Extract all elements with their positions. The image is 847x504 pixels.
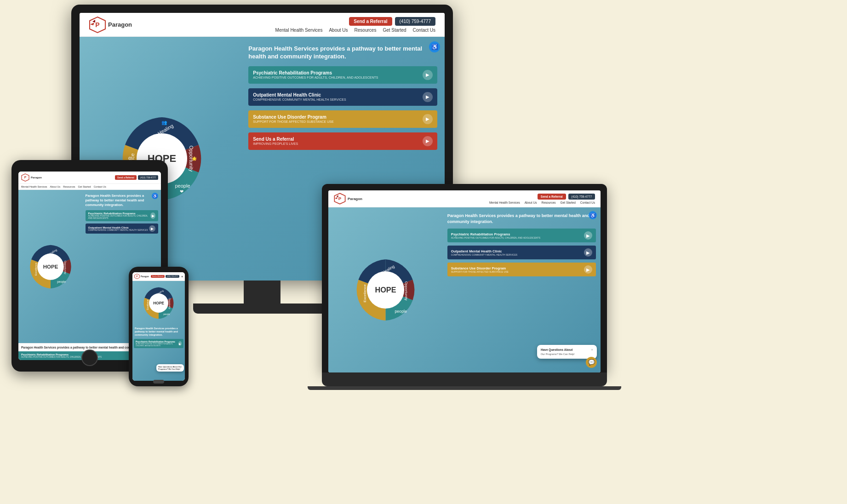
nav-resources[interactable]: Resources (355, 28, 377, 33)
laptop-card-arrow-2: ▶ (584, 248, 592, 257)
tablet-card-outpatient[interactable]: Outpatient Mental Health Clinic COMPREHE… (86, 223, 159, 234)
laptop-chat-header: Have Questions About × (541, 348, 593, 352)
phone-card-psychiatric[interactable]: Psychiatric Rehabilitation Programs ACHI… (134, 339, 183, 348)
service-card-referral[interactable]: Send Us a Referral IMPROVING PEOPLE'S LI… (248, 132, 437, 150)
laptop-card-title-2: Outpatient Mental Health Clinic (451, 249, 517, 253)
svg-text:P: P (136, 275, 138, 278)
logo-text: Paragon (108, 21, 132, 28)
laptop-card-arrow-1: ▶ (584, 231, 592, 240)
laptop-header-btns: Send a Referral (410) 759-4777 (538, 194, 595, 200)
phone-phone-btn[interactable]: (410) 759-4777 (166, 275, 179, 278)
phone-logo: P Paragon (134, 274, 149, 279)
phone-logo-text: Paragon (141, 275, 149, 278)
svg-text:👥: 👥 (161, 120, 167, 126)
laptop-chat-icon[interactable]: 💬 (586, 357, 597, 368)
svg-text:people: people (175, 183, 190, 189)
accessibility-icon[interactable]: ♿ (429, 41, 440, 52)
tablet-header: P Paragon Send a Referral (410) 759-4777 (18, 172, 161, 184)
phone-hope-wheel: HOPE Healing Opportunity people Excellen… (140, 285, 177, 321)
laptop-hope-wheel: HOPE Healing Opportunity people Excellen… (350, 254, 421, 326)
phone-referral-btn[interactable]: Send a Referral (151, 275, 165, 278)
laptop-screen-frame: P Paragon Send a Referral (410) 759-4777… (322, 184, 607, 372)
service-title-outpatient: Outpatient Mental Health Clinic (253, 92, 423, 97)
laptop-base (322, 372, 607, 386)
tablet-home-button[interactable] (81, 349, 98, 366)
laptop-logo-text: Paragon (348, 197, 362, 201)
service-card-substance[interactable]: Substance Use Disorder Program SUPPORT F… (248, 110, 437, 128)
svg-text:Excellence: Excellence (147, 299, 149, 310)
tablet-phone-btn[interactable]: (410) 759-4777 (138, 175, 158, 180)
laptop-phone-btn[interactable]: (410) 759-4777 (568, 194, 595, 200)
laptop-nav-start[interactable]: Get Started (561, 201, 576, 204)
tablet-hope-wheel: HOPE Healing Opportunity people Excellen… (25, 241, 76, 292)
phone-menu-icon[interactable]: ≡ (181, 275, 183, 278)
svg-text:Excellence: Excellence (363, 284, 367, 303)
laptop-card-substance[interactable]: Substance Use Disorder Program SUPPORT F… (447, 263, 596, 276)
nav-about[interactable]: About Us (329, 28, 348, 33)
laptop-nav-mental[interactable]: Mental Health Services (489, 201, 520, 204)
tablet-referral-btn[interactable]: Send a Referral (115, 175, 137, 180)
phone-header-btns: Send a Referral (410) 759-4777 (151, 275, 179, 278)
laptop-chat-close-btn[interactable]: × (591, 348, 593, 352)
phone-tagline: Paragon Health Services provides a pathw… (132, 325, 185, 338)
nav-contact[interactable]: Contact Us (413, 28, 435, 33)
header-right: Send a Referral (410) 759-4777 Mental He… (275, 17, 435, 33)
phone-screen: P Paragon Send a Referral (410) 759-4777… (132, 272, 185, 381)
tablet-nav-start[interactable]: Get Started (78, 185, 91, 188)
tablet-nav-contact[interactable]: Contact Us (94, 185, 106, 188)
laptop-card-sub-3: SUPPORT FOR THOSE AFFECTED SUBSTANCE USE (451, 270, 509, 273)
laptop-header-right: Send a Referral (410) 759-4777 Mental He… (489, 194, 595, 204)
svg-text:people: people (163, 313, 170, 315)
service-sub-substance: SUPPORT FOR THOSE AFFECTED SUBSTANCE USE (253, 120, 423, 123)
laptop-nav-contact[interactable]: Contact Us (580, 201, 595, 204)
laptop-card-outpatient[interactable]: Outpatient Mental Health Clinic COMPREHE… (447, 246, 596, 259)
laptop-nav-about[interactable]: About Us (525, 201, 537, 204)
tablet-card-psychiatric[interactable]: Psychiatric Rehabilitation Programs ACHI… (86, 210, 159, 221)
monitor-neck (244, 281, 280, 304)
tablet-card-sub-2: COMPREHENSIVE COMMUNITY MENTAL HEALTH SE… (88, 229, 148, 231)
svg-text:Opportunity: Opportunity (64, 260, 67, 274)
service-sub-psychiatric: ACHIEVING POSITIVE OUTCOMES FOR ADULTS, … (253, 76, 423, 79)
phone-website: P Paragon Send a Referral (410) 759-4777… (132, 272, 185, 381)
phone-header: P Paragon Send a Referral (410) 759-4777… (132, 272, 185, 281)
laptop-card-sub-1: ACHIEVING POSITIVE OUTCOMES FOR ADULTS, … (451, 236, 540, 239)
tablet-nav-mental[interactable]: Mental Health Services (21, 185, 47, 188)
laptop-header: P Paragon Send a Referral (410) 759-4777… (328, 190, 601, 207)
hero-tagline: Paragon Health Services provides a pathw… (248, 45, 437, 61)
nav-get-started[interactable]: Get Started (383, 28, 406, 33)
laptop-chat-text: Our Programs? We Can Help! (541, 353, 574, 355)
tablet-nav-about[interactable]: About Us (50, 185, 61, 188)
laptop-nav-resources[interactable]: Resources (542, 201, 556, 204)
send-referral-button[interactable]: Send a Referral (349, 17, 392, 26)
paragon-logo-icon: P (89, 16, 106, 34)
service-title-substance: Substance Use Disorder Program (253, 115, 423, 120)
laptop-card-psychiatric[interactable]: Psychiatric Rehabilitation Programs ACHI… (447, 229, 596, 242)
tablet-logo-text: Paragon (31, 176, 42, 179)
phone-button[interactable]: (410) 759-4777 (395, 17, 435, 26)
laptop-referral-btn[interactable]: Send a Referral (538, 194, 566, 200)
svg-text:HOPE: HOPE (43, 263, 58, 269)
laptop-access-icon[interactable]: ♿ (589, 211, 597, 219)
svg-text:HOPE: HOPE (375, 286, 396, 294)
svg-text:🌟: 🌟 (191, 156, 197, 161)
phone-frame: P Paragon Send a Referral (410) 759-4777… (129, 267, 189, 386)
tablet-card-sub-1: ACHIEVING POSITIVE OUTCOMES FOR ADULTS, … (88, 215, 151, 219)
tablet-nav: Mental Health Services About Us Resource… (18, 184, 161, 190)
phone-card-arrow-1: ▶ (178, 341, 182, 346)
service-card-outpatient[interactable]: Outpatient Mental Health Clinic COMPREHE… (248, 88, 437, 106)
tablet-tagline: Paragon Health Services provides a pathw… (86, 194, 159, 207)
service-card-psychiatric[interactable]: Psychiatric Rehabilitation Programs ACHI… (248, 66, 437, 84)
service-arrow-psychiatric: ▶ (423, 70, 433, 80)
service-title-psychiatric: Psychiatric Rehabilitation Programs (253, 70, 423, 75)
phone-wheel-area: HOPE Healing Opportunity people Excellen… (132, 281, 185, 325)
site-header: P Paragon Send a Referral (410) 759-4777… (80, 13, 445, 37)
laptop-card-title-3: Substance Use Disorder Program (451, 266, 509, 270)
laptop-device: P Paragon Send a Referral (410) 759-4777… (322, 184, 607, 414)
nav-mental-health[interactable]: Mental Health Services (275, 28, 323, 33)
phone-home-button[interactable] (153, 380, 164, 384)
laptop-nav: Mental Health Services About Us Resource… (489, 201, 595, 204)
tablet-nav-resources[interactable]: Resources (63, 185, 75, 188)
svg-text:people: people (395, 309, 407, 314)
tablet-access-icon[interactable]: ♿ (152, 193, 158, 199)
service-title-referral: Send Us a Referral (253, 137, 423, 142)
